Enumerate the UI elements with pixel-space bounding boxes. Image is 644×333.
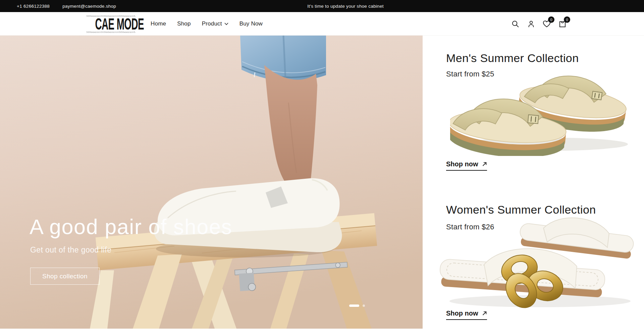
account-icon[interactable] [527, 19, 535, 28]
arrow-up-right-icon [482, 311, 487, 316]
logo-text: CAE MODE [95, 16, 126, 32]
mens-sandals-image [450, 64, 633, 156]
promo-column: Men's Summer Collection Start from $25 [423, 36, 644, 333]
wishlist-count-badge: 0 [548, 16, 554, 23]
announcement-message: It's time to update your shoe cabinet [307, 0, 384, 12]
mens-shop-now-link[interactable]: Shop now [446, 160, 487, 171]
announcement-bar: +1 6266122388 payment@caemode.shop It's … [0, 0, 644, 12]
womens-sandals-image [439, 210, 641, 311]
phone-number[interactable]: +1 6266122388 [17, 4, 50, 9]
site-header: CAE MODE Home Shop Product Buy Now [0, 12, 644, 36]
search-icon[interactable] [511, 19, 520, 28]
carousel-dot[interactable] [363, 304, 365, 307]
email-address[interactable]: payment@caemode.shop [62, 4, 116, 9]
womens-shop-now-link[interactable]: Shop now [446, 310, 487, 320]
hero-subtitle: Get out of the good life [30, 245, 111, 255]
chevron-down-icon [224, 22, 228, 25]
nav-home[interactable]: Home [151, 20, 166, 27]
storefront-page: +1 6266122388 payment@caemode.shop It's … [0, 0, 644, 333]
cart-bag-icon[interactable]: 0 [558, 19, 567, 28]
nav-product[interactable]: Product [202, 20, 228, 27]
cart-count-badge: 0 [564, 16, 570, 23]
hero-title: A good pair of shoes [30, 215, 232, 239]
shop-collection-button[interactable]: Shop collection [30, 268, 100, 285]
wishlist-heart-icon[interactable]: 0 [542, 19, 551, 28]
nav-shop[interactable]: Shop [177, 20, 191, 27]
main-nav: Home Shop Product Buy Now [151, 12, 263, 36]
carousel-dot-active[interactable] [349, 304, 359, 307]
hero-slider: A good pair of shoes Get out of the good… [0, 36, 423, 329]
carousel-indicators [349, 304, 365, 307]
header-actions: 0 0 [511, 12, 567, 36]
logo[interactable]: CAE MODE [86, 15, 136, 33]
nav-buy-now[interactable]: Buy Now [239, 20, 263, 27]
arrow-up-right-icon [482, 162, 487, 167]
mens-collection-title: Men's Summer Collection [446, 52, 579, 65]
